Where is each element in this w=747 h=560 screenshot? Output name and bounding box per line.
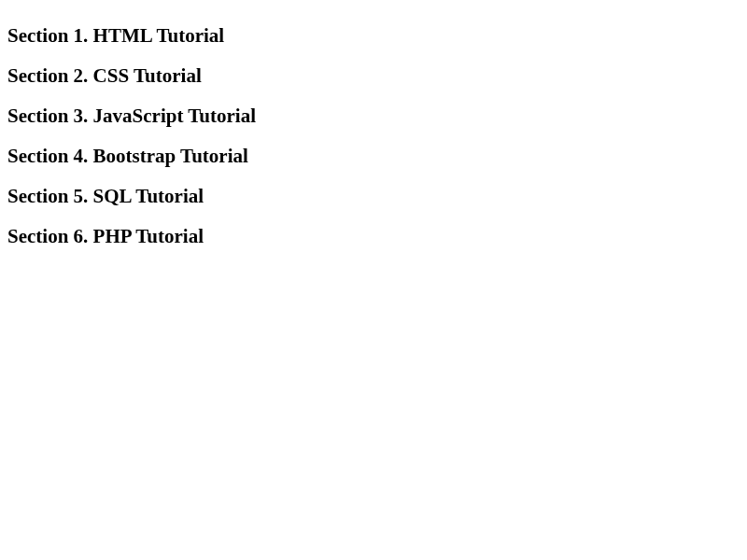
section-heading-1: Section 1. HTML Tutorial <box>7 24 740 48</box>
section-heading-3: Section 3. JavaScript Tutorial <box>7 105 740 128</box>
section-heading-2: Section 2. CSS Tutorial <box>7 64 740 88</box>
section-heading-4: Section 4. Bootstrap Tutorial <box>7 145 740 168</box>
section-heading-6: Section 6. PHP Tutorial <box>7 225 740 248</box>
section-heading-5: Section 5. SQL Tutorial <box>7 185 740 208</box>
